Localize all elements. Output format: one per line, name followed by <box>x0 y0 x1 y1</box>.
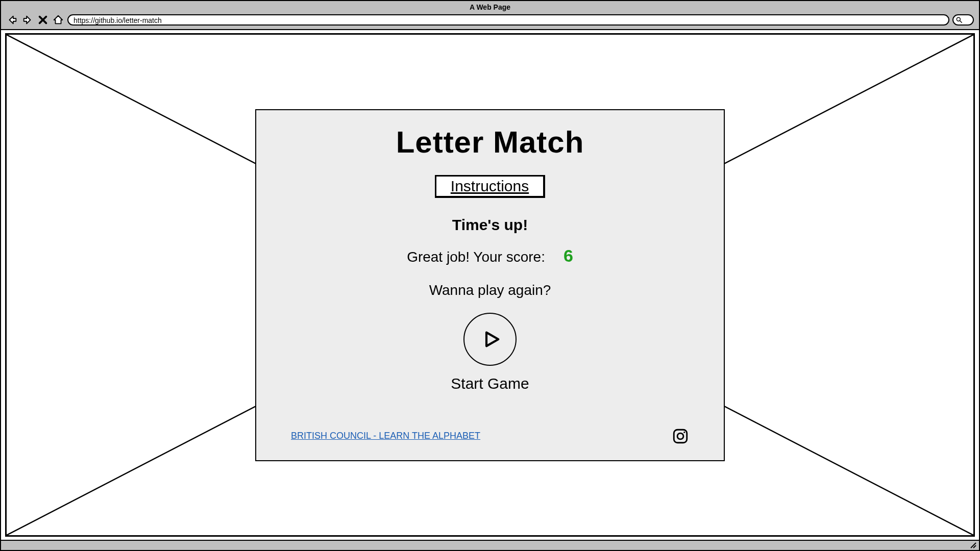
svg-point-5 <box>677 433 683 439</box>
svg-rect-4 <box>674 430 687 443</box>
browser-viewport: Letter Match Instructions Time's up! Gre… <box>0 29 980 541</box>
browser-title-bar: A Web Page <box>0 0 980 12</box>
browser-title: A Web Page <box>470 3 510 11</box>
browser-window: A Web Page https://github.io/letter-matc… <box>0 0 980 551</box>
close-icon <box>37 14 48 26</box>
score-value: 6 <box>564 246 573 266</box>
instructions-button[interactable]: Instructions <box>435 175 545 198</box>
svg-line-1 <box>960 21 962 23</box>
play-button[interactable] <box>463 313 517 366</box>
home-button[interactable] <box>52 14 64 26</box>
page-content: Letter Match Instructions Time's up! Gre… <box>5 33 975 537</box>
close-button[interactable] <box>37 14 49 26</box>
alphabet-link[interactable]: BRITISH COUNCIL - LEARN THE ALPHABET <box>291 431 480 441</box>
instructions-label: Instructions <box>451 178 529 194</box>
game-title: Letter Match <box>396 124 584 160</box>
back-button[interactable] <box>6 14 18 26</box>
times-up-text: Time's up! <box>452 216 528 234</box>
svg-line-8 <box>973 545 976 548</box>
score-label: Great job! Your score: <box>407 249 545 265</box>
arrow-right-icon <box>22 14 33 26</box>
url-text: https://github.io/letter-match <box>74 16 162 24</box>
play-again-text: Wanna play again? <box>429 282 551 298</box>
instagram-icon[interactable] <box>672 428 689 445</box>
browser-toolbar: https://github.io/letter-match <box>0 12 980 29</box>
forward-button[interactable] <box>21 14 34 26</box>
start-game-label: Start Game <box>451 375 529 392</box>
score-row: Great job! Your score: 6 <box>407 246 573 266</box>
panel-footer: BRITISH COUNCIL - LEARN THE ALPHABET <box>291 428 689 445</box>
game-panel: Letter Match Instructions Time's up! Gre… <box>255 109 725 461</box>
browser-status-bar <box>0 541 980 551</box>
zoom-control[interactable] <box>952 14 974 26</box>
url-bar[interactable]: https://github.io/letter-match <box>67 14 949 26</box>
home-icon <box>53 14 64 26</box>
svg-line-7 <box>971 543 976 548</box>
svg-point-6 <box>683 431 685 433</box>
play-icon <box>481 329 502 349</box>
arrow-left-icon <box>7 14 18 26</box>
magnifier-icon <box>955 16 963 23</box>
resize-grip-icon[interactable] <box>970 542 977 549</box>
